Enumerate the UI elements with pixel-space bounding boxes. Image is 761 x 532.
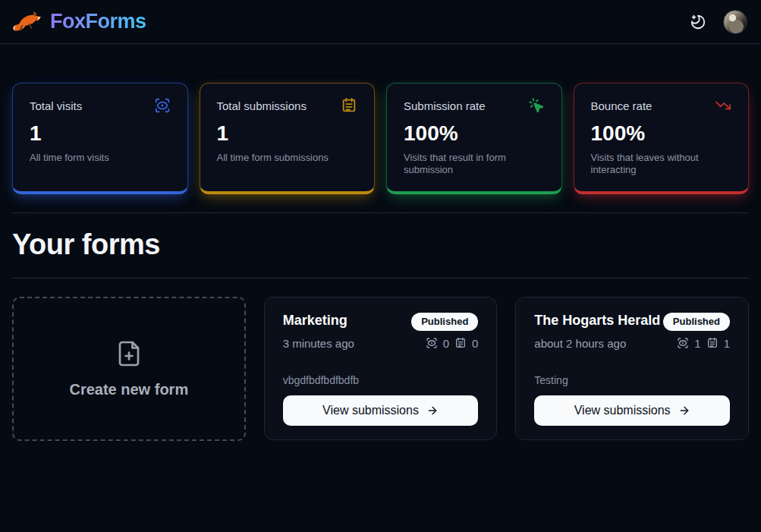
forms-grid: Create new form Marketing Published 3 mi… [12, 297, 749, 441]
form-description: Testing [534, 374, 730, 386]
view-submissions-label: View submissions [322, 404, 419, 417]
stat-description: Visits that leaves without interacting [591, 152, 712, 177]
form-description: vbgdfbdfbdfbdfb [283, 374, 479, 386]
visits-eye-icon [426, 337, 438, 349]
stat-card-total-submissions: Total submissions 1 All time form submis… [200, 83, 376, 194]
stat-card-submission-rate: Submission rate 100% Visits that result … [386, 83, 562, 194]
form-card-the-hogarts-herald: The Hogarts Herald Published about 2 hou… [515, 297, 749, 440]
mouse-pointer-click-icon [528, 97, 545, 114]
stat-value: 1 [217, 121, 358, 146]
submissions-notepad-icon [454, 337, 467, 349]
view-submissions-label: View submissions [574, 404, 671, 417]
submissions-count: 1 [724, 337, 730, 350]
stat-value: 100% [404, 121, 545, 146]
section-divider-top [12, 212, 749, 213]
create-new-form-card[interactable]: Create new form [12, 297, 246, 441]
brand-name: FoxForms [50, 10, 146, 33]
notepad-icon [341, 97, 357, 114]
brand[interactable]: FoxForms [11, 10, 146, 33]
form-title: Marketing [283, 313, 347, 329]
submissions-notepad-icon [706, 337, 719, 349]
section-divider-bottom [12, 278, 749, 279]
create-new-form-label: Create new form [69, 381, 188, 398]
form-updated-time: 3 minutes ago [283, 337, 354, 350]
stat-description: All time form visits [30, 152, 151, 164]
stat-description: All time form submissions [217, 152, 338, 164]
stat-label: Bounce rate [591, 99, 653, 112]
visits-eye-icon [677, 337, 689, 349]
stat-card-total-visits: Total visits 1 All time form visits [12, 83, 188, 194]
stat-value: 100% [591, 121, 732, 146]
status-badge: Published [663, 313, 730, 331]
theme-toggle-button[interactable] [687, 11, 709, 33]
arrow-right-icon [426, 405, 439, 417]
dashboard-main: Total visits 1 All time form visits Tota… [0, 44, 761, 453]
form-title: The Hogarts Herald [534, 313, 660, 329]
form-counts: 0 0 [426, 337, 479, 350]
stat-card-bounce-rate: Bounce rate 100% Visits that leaves with… [574, 83, 750, 194]
stats-row: Total visits 1 All time form visits Tota… [12, 83, 749, 194]
moon-star-icon [690, 14, 706, 30]
visits-count: 1 [694, 337, 700, 350]
scan-eye-icon [154, 97, 171, 114]
form-updated-time: about 2 hours ago [534, 337, 626, 350]
stat-label: Total visits [30, 99, 82, 112]
form-counts: 1 1 [677, 337, 730, 350]
user-avatar[interactable] [723, 10, 747, 34]
submissions-count: 0 [472, 337, 478, 350]
stat-label: Total submissions [217, 99, 307, 112]
page-title: Your forms [12, 228, 749, 261]
form-card-marketing: Marketing Published 3 minutes ago 0 [264, 297, 498, 440]
trending-down-icon [715, 97, 731, 114]
fox-logo-icon [11, 11, 44, 33]
view-submissions-button[interactable]: View submissions [283, 395, 479, 426]
app-header: FoxForms [0, 0, 761, 44]
stat-label: Submission rate [404, 99, 486, 112]
arrow-right-icon [678, 405, 690, 417]
file-plus-icon [115, 340, 143, 367]
status-badge: Published [411, 313, 478, 331]
stat-value: 1 [30, 121, 171, 146]
visits-count: 0 [443, 337, 449, 350]
view-submissions-button[interactable]: View submissions [534, 395, 730, 426]
stat-description: Visits that result in form submission [404, 152, 525, 177]
